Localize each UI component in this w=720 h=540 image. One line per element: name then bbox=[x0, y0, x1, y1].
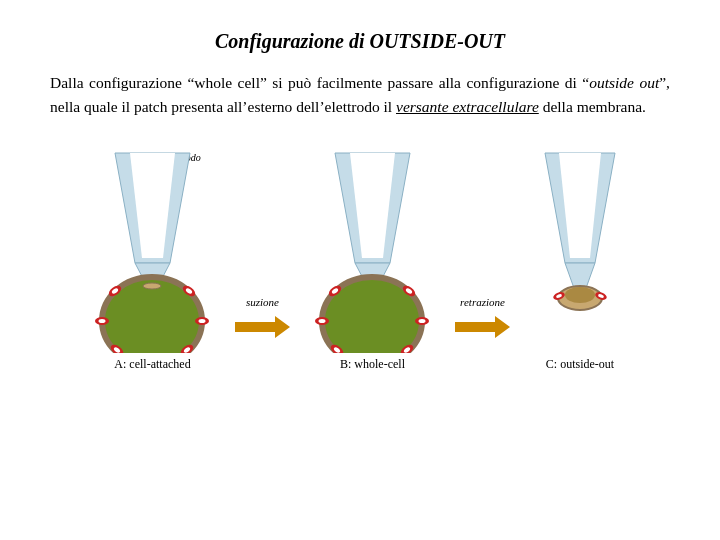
arrow1-svg bbox=[235, 312, 290, 342]
arrow2-svg bbox=[455, 312, 510, 342]
svg-point-15 bbox=[99, 319, 106, 323]
desc-versante: versante extracellulare bbox=[396, 98, 539, 115]
label-b: B: whole-cell bbox=[340, 357, 405, 372]
desc-part3: della membrana. bbox=[539, 98, 646, 115]
diagram-b-svg bbox=[295, 143, 450, 353]
svg-point-46 bbox=[565, 287, 595, 303]
description-text: Dalla configurazione “whole cell” si può… bbox=[50, 71, 670, 119]
diagram-c: C: outside-out bbox=[515, 143, 645, 372]
label-c: C: outside-out bbox=[546, 357, 614, 372]
diagram-c-svg bbox=[515, 143, 645, 353]
label-b-text: B: whole-cell bbox=[340, 357, 405, 371]
svg-marker-41 bbox=[455, 316, 510, 338]
diagram-a-svg: elettrodo pipetta bbox=[75, 143, 230, 353]
label-a: A: cell-attached bbox=[114, 357, 190, 372]
svg-point-34 bbox=[319, 319, 326, 323]
arrow2-label: retrazione bbox=[460, 296, 505, 308]
svg-point-36 bbox=[419, 319, 426, 323]
diagram-a: elettrodo pipetta bbox=[75, 143, 230, 372]
desc-outside-out: outside out bbox=[589, 74, 659, 91]
arrow2-cell: retrazione bbox=[450, 296, 515, 372]
arrow1-label: suzione bbox=[246, 296, 279, 308]
label-c-text: C: outside-out bbox=[546, 357, 614, 371]
arrow1-cell: suzione bbox=[230, 296, 295, 372]
label-a-text: A: cell-attached bbox=[114, 357, 190, 371]
svg-point-17 bbox=[199, 319, 206, 323]
svg-marker-23 bbox=[235, 316, 290, 338]
page-title: Configurazione di OUTSIDE-OUT bbox=[215, 30, 505, 53]
svg-point-22 bbox=[143, 283, 161, 289]
diagram-b: B: whole-cell bbox=[295, 143, 450, 372]
diagram-area: elettrodo pipetta bbox=[50, 143, 670, 372]
desc-part1: Dalla configurazione “whole cell” si può… bbox=[50, 74, 589, 91]
